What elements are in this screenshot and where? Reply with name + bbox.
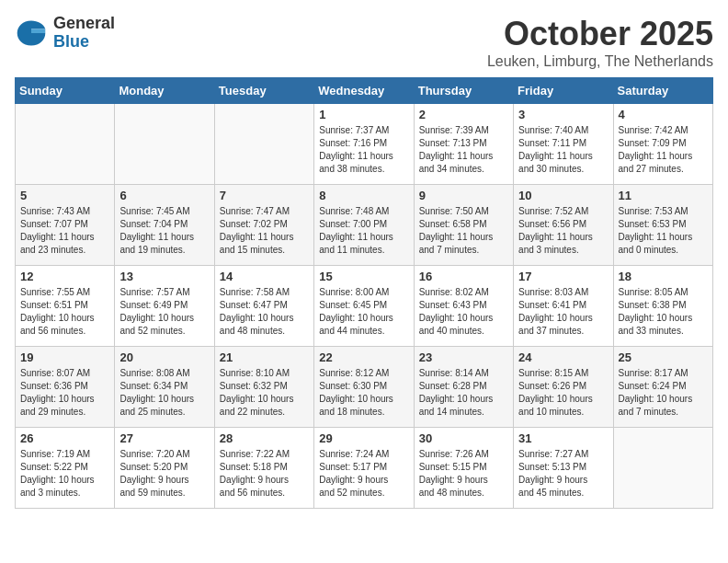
day-info: Sunrise: 8:10 AM Sunset: 6:32 PM Dayligh… <box>220 367 309 419</box>
calendar-cell: 6Sunrise: 7:45 AM Sunset: 7:04 PM Daylig… <box>115 185 214 266</box>
calendar-cell <box>16 104 115 185</box>
day-info: Sunrise: 7:19 AM Sunset: 5:22 PM Dayligh… <box>20 448 109 500</box>
day-info: Sunrise: 7:37 AM Sunset: 7:16 PM Dayligh… <box>319 124 408 176</box>
calendar-cell: 20Sunrise: 8:08 AM Sunset: 6:34 PM Dayli… <box>115 347 214 428</box>
day-number: 9 <box>419 189 508 202</box>
day-number: 14 <box>220 270 309 283</box>
week-row-2: 5Sunrise: 7:43 AM Sunset: 7:07 PM Daylig… <box>16 185 713 266</box>
day-info: Sunrise: 7:53 AM Sunset: 6:53 PM Dayligh… <box>619 205 708 257</box>
day-info: Sunrise: 7:20 AM Sunset: 5:20 PM Dayligh… <box>119 448 209 500</box>
day-number: 4 <box>619 108 708 121</box>
day-info: Sunrise: 7:39 AM Sunset: 7:13 PM Dayligh… <box>419 124 508 176</box>
week-row-5: 26Sunrise: 7:19 AM Sunset: 5:22 PM Dayli… <box>16 428 713 509</box>
day-info: Sunrise: 7:43 AM Sunset: 7:07 PM Dayligh… <box>20 205 109 257</box>
calendar-cell: 24Sunrise: 8:15 AM Sunset: 6:26 PM Dayli… <box>514 347 613 428</box>
day-info: Sunrise: 8:17 AM Sunset: 6:24 PM Dayligh… <box>619 367 708 419</box>
day-number: 27 <box>119 431 209 445</box>
calendar-cell: 26Sunrise: 7:19 AM Sunset: 5:22 PM Dayli… <box>16 428 115 509</box>
calendar-cell: 3Sunrise: 7:40 AM Sunset: 7:11 PM Daylig… <box>514 104 613 185</box>
day-number: 6 <box>119 189 209 202</box>
weekday-header-wednesday: Wednesday <box>314 78 414 104</box>
calendar-cell: 1Sunrise: 7:37 AM Sunset: 7:16 PM Daylig… <box>314 104 414 185</box>
general-blue-logo-icon <box>15 17 48 50</box>
calendar-cell <box>613 428 712 509</box>
day-number: 16 <box>419 270 508 283</box>
day-info: Sunrise: 7:26 AM Sunset: 5:15 PM Dayligh… <box>419 448 508 500</box>
day-info: Sunrise: 7:48 AM Sunset: 7:00 PM Dayligh… <box>319 205 408 257</box>
day-number: 23 <box>419 350 508 364</box>
calendar-cell: 22Sunrise: 8:12 AM Sunset: 6:30 PM Dayli… <box>314 347 414 428</box>
calendar-cell: 4Sunrise: 7:42 AM Sunset: 7:09 PM Daylig… <box>613 104 712 185</box>
day-number: 28 <box>220 431 309 445</box>
day-number: 18 <box>619 270 708 283</box>
calendar-cell <box>214 104 313 185</box>
day-info: Sunrise: 7:47 AM Sunset: 7:02 PM Dayligh… <box>220 205 309 257</box>
weekday-header-sunday: Sunday <box>16 78 115 104</box>
calendar-cell: 18Sunrise: 8:05 AM Sunset: 6:38 PM Dayli… <box>613 266 712 347</box>
day-number: 8 <box>319 189 408 202</box>
calendar-cell: 29Sunrise: 7:24 AM Sunset: 5:17 PM Dayli… <box>314 428 414 509</box>
calendar-cell: 8Sunrise: 7:48 AM Sunset: 7:00 PM Daylig… <box>314 185 414 266</box>
calendar-cell: 31Sunrise: 7:27 AM Sunset: 5:13 PM Dayli… <box>514 428 613 509</box>
day-info: Sunrise: 8:08 AM Sunset: 6:34 PM Dayligh… <box>119 367 209 419</box>
day-number: 13 <box>119 270 209 283</box>
day-info: Sunrise: 7:42 AM Sunset: 7:09 PM Dayligh… <box>619 124 708 176</box>
day-info: Sunrise: 8:00 AM Sunset: 6:45 PM Dayligh… <box>319 286 408 338</box>
weekday-header-friday: Friday <box>514 78 613 104</box>
day-number: 3 <box>518 108 608 121</box>
day-info: Sunrise: 7:57 AM Sunset: 6:49 PM Dayligh… <box>119 286 209 338</box>
day-number: 12 <box>20 270 109 283</box>
header: General Blue October 2025 Leuken, Limbur… <box>15 15 713 70</box>
day-number: 7 <box>220 189 309 202</box>
day-info: Sunrise: 8:15 AM Sunset: 6:26 PM Dayligh… <box>518 367 608 419</box>
calendar-cell: 28Sunrise: 7:22 AM Sunset: 5:18 PM Dayli… <box>214 428 313 509</box>
day-info: Sunrise: 8:07 AM Sunset: 6:36 PM Dayligh… <box>20 367 109 419</box>
day-info: Sunrise: 8:05 AM Sunset: 6:38 PM Dayligh… <box>619 286 708 338</box>
calendar-cell: 7Sunrise: 7:47 AM Sunset: 7:02 PM Daylig… <box>214 185 313 266</box>
calendar-cell: 23Sunrise: 8:14 AM Sunset: 6:28 PM Dayli… <box>414 347 513 428</box>
weekday-header-row: SundayMondayTuesdayWednesdayThursdayFrid… <box>16 78 713 104</box>
calendar-cell: 2Sunrise: 7:39 AM Sunset: 7:13 PM Daylig… <box>414 104 513 185</box>
calendar-cell: 25Sunrise: 8:17 AM Sunset: 6:24 PM Dayli… <box>613 347 712 428</box>
logo-text: General Blue <box>53 15 115 52</box>
day-number: 1 <box>319 108 408 121</box>
title-area: October 2025 Leuken, Limburg, The Nether… <box>487 15 713 70</box>
day-info: Sunrise: 7:45 AM Sunset: 7:04 PM Dayligh… <box>119 205 209 257</box>
day-info: Sunrise: 8:02 AM Sunset: 6:43 PM Dayligh… <box>419 286 508 338</box>
logo-general: General <box>53 15 115 33</box>
week-row-4: 19Sunrise: 8:07 AM Sunset: 6:36 PM Dayli… <box>16 347 713 428</box>
day-info: Sunrise: 7:22 AM Sunset: 5:18 PM Dayligh… <box>220 448 309 500</box>
day-number: 17 <box>518 270 608 283</box>
calendar-cell: 12Sunrise: 7:55 AM Sunset: 6:51 PM Dayli… <box>16 266 115 347</box>
calendar-cell: 11Sunrise: 7:53 AM Sunset: 6:53 PM Dayli… <box>613 185 712 266</box>
day-number: 21 <box>220 350 309 364</box>
day-number: 19 <box>20 350 109 364</box>
calendar-cell: 16Sunrise: 8:02 AM Sunset: 6:43 PM Dayli… <box>414 266 513 347</box>
day-info: Sunrise: 7:52 AM Sunset: 6:56 PM Dayligh… <box>518 205 608 257</box>
logo-blue: Blue <box>53 33 115 52</box>
weekday-header-monday: Monday <box>115 78 214 104</box>
calendar-cell: 15Sunrise: 8:00 AM Sunset: 6:45 PM Dayli… <box>314 266 414 347</box>
day-info: Sunrise: 7:24 AM Sunset: 5:17 PM Dayligh… <box>319 448 408 500</box>
day-number: 29 <box>319 431 408 445</box>
day-info: Sunrise: 7:27 AM Sunset: 5:13 PM Dayligh… <box>518 448 608 500</box>
calendar-cell: 21Sunrise: 8:10 AM Sunset: 6:32 PM Dayli… <box>214 347 313 428</box>
day-number: 5 <box>20 189 109 202</box>
day-number: 30 <box>419 431 508 445</box>
day-info: Sunrise: 8:14 AM Sunset: 6:28 PM Dayligh… <box>419 367 508 419</box>
month-title: October 2025 <box>487 15 713 53</box>
calendar-cell: 10Sunrise: 7:52 AM Sunset: 6:56 PM Dayli… <box>514 185 613 266</box>
location: Leuken, Limburg, The Netherlands <box>487 53 713 70</box>
day-info: Sunrise: 7:40 AM Sunset: 7:11 PM Dayligh… <box>518 124 608 176</box>
weekday-header-thursday: Thursday <box>414 78 513 104</box>
day-number: 20 <box>119 350 209 364</box>
day-number: 26 <box>20 431 109 445</box>
day-number: 31 <box>518 431 608 445</box>
weekday-header-tuesday: Tuesday <box>214 78 313 104</box>
calendar-cell: 14Sunrise: 7:58 AM Sunset: 6:47 PM Dayli… <box>214 266 313 347</box>
day-number: 15 <box>319 270 408 283</box>
weekday-header-saturday: Saturday <box>613 78 712 104</box>
day-number: 2 <box>419 108 508 121</box>
day-info: Sunrise: 7:58 AM Sunset: 6:47 PM Dayligh… <box>220 286 309 338</box>
day-info: Sunrise: 8:03 AM Sunset: 6:41 PM Dayligh… <box>518 286 608 338</box>
